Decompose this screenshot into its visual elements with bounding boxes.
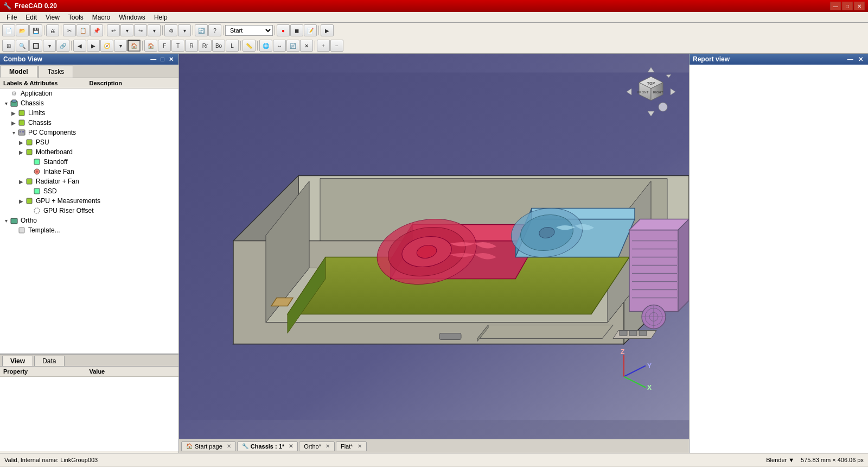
back-button[interactable]: ◀ [73, 40, 86, 52]
open-button[interactable]: 📂 [16, 24, 29, 36]
tree-row-ortho[interactable]: ▾ Ortho [0, 216, 178, 225]
combo-view-header-btns[interactable]: — □ ✕ [149, 56, 175, 63]
expander-psu[interactable]: ▶ [17, 140, 25, 146]
display-dropdown[interactable]: ▾ [43, 40, 56, 52]
record-stop-button[interactable]: ● [277, 24, 290, 36]
macro-button[interactable]: ⚙ [164, 24, 177, 36]
vp-tab-startpage[interactable]: 🏠 Start page ✕ [181, 441, 236, 451]
zoom-fit-button[interactable]: ⊞ [2, 40, 15, 52]
tree-row-standoff[interactable]: Standoff [0, 157, 178, 167]
paste-button[interactable]: 📌 [90, 24, 103, 36]
measure-button[interactable]: 📏 [242, 40, 256, 52]
nav-dropdown[interactable]: ▾ [114, 40, 127, 52]
viewport[interactable]: Y X Z [179, 54, 689, 439]
expander-ortho[interactable]: ▾ [2, 218, 10, 224]
tree-row-application[interactable]: ⚙ Application [0, 89, 178, 98]
redo-dropdown[interactable]: ▾ [148, 24, 161, 36]
menu-help[interactable]: Help [150, 12, 172, 22]
tab-tasks[interactable]: Tasks [39, 66, 74, 78]
close-button[interactable]: ✕ [854, 2, 865, 10]
tree-row-motherboard[interactable]: ▶ Motherboard [0, 147, 178, 157]
expander-pc-components[interactable]: ▾ [10, 130, 17, 136]
expander-radiator[interactable]: ▶ [17, 179, 25, 185]
tree-row-gpu-riser[interactable]: GPU Riser Offset [0, 206, 178, 216]
menu-tools[interactable]: Tools [64, 12, 88, 22]
tab-model[interactable]: Model [0, 66, 37, 78]
tree-row-limits[interactable]: ▶ Limits [0, 108, 178, 118]
renderer-label[interactable]: Blender ▼ [766, 457, 794, 463]
tree-row-gpu[interactable]: ▶ GPU + Measurements [0, 196, 178, 206]
tree-row-ssd[interactable]: SSD [0, 186, 178, 196]
view-left[interactable]: L [226, 40, 239, 52]
view-rear[interactable]: Rr [199, 40, 212, 52]
tree-container[interactable]: ⚙ Application ▾ Chassis ▶ Limits [0, 89, 178, 354]
restore-button[interactable]: □ [842, 2, 853, 10]
help-button[interactable]: ? [208, 24, 221, 36]
property-content[interactable] [0, 377, 178, 451]
rotate-button[interactable]: 🔃 [286, 40, 299, 52]
forward-button[interactable]: ▶ [87, 40, 100, 52]
zoom-in-btn2[interactable]: + [317, 40, 330, 52]
tree-row-template[interactable]: Template... [0, 225, 178, 235]
view-front[interactable]: F [158, 40, 171, 52]
redo-button[interactable]: ↪ [134, 24, 147, 36]
orbit-button[interactable]: 🌐 [259, 40, 272, 52]
menu-view[interactable]: View [41, 12, 64, 22]
nav-cube[interactable]: TOP FRONT RIGHT [624, 65, 678, 119]
view-home[interactable]: 🏠 [144, 40, 157, 52]
expander-limits[interactable]: ▶ [10, 110, 17, 116]
display-mode-button[interactable]: 🔲 [29, 40, 42, 52]
sync-button[interactable]: ↔ [273, 40, 286, 52]
ortho-tab-close[interactable]: ✕ [326, 443, 330, 449]
titlebar-controls[interactable]: — □ ✕ [830, 2, 865, 10]
menu-macro[interactable]: Macro [88, 12, 114, 22]
view-right[interactable]: R [185, 40, 198, 52]
tree-row-pc-components[interactable]: ▾ PC Components [0, 128, 178, 137]
combo-min-btn[interactable]: — [149, 56, 158, 63]
cut-button[interactable]: ✂ [63, 24, 76, 36]
tree-row-psu[interactable]: ▶ PSU [0, 137, 178, 147]
tree-row-intake-fan[interactable]: Intake Fan [0, 167, 178, 176]
vp-tab-chassis[interactable]: 🔧 Chassis : 1* ✕ [237, 441, 298, 451]
refresh-button[interactable]: 🔄 [195, 24, 208, 36]
startpage-close[interactable]: ✕ [227, 443, 231, 449]
link-button[interactable]: 🔗 [56, 40, 69, 52]
expander-chassis[interactable]: ▾ [2, 100, 10, 106]
flat-tab-close[interactable]: ✕ [358, 443, 362, 449]
tree-row-chassis-sub[interactable]: ▶ Chassis [0, 118, 178, 128]
vp-tab-flat[interactable]: Flat* ✕ [336, 441, 367, 451]
combo-restore-btn[interactable]: □ [159, 56, 166, 63]
copy-button[interactable]: 📋 [76, 24, 90, 36]
expander-chassis-sub[interactable]: ▶ [10, 120, 17, 126]
report-view-btns[interactable]: — ✕ [846, 55, 865, 63]
undo-dropdown[interactable]: ▾ [120, 24, 133, 36]
minimize-button[interactable]: — [830, 2, 841, 10]
home-button[interactable]: 🏠 [127, 40, 141, 52]
save-button[interactable]: 💾 [29, 24, 42, 36]
btab-data[interactable]: Data [34, 356, 64, 366]
stop-button[interactable]: ✕ [300, 40, 313, 52]
vp-tab-ortho[interactable]: Ortho* ✕ [299, 441, 335, 451]
play-button[interactable]: ▶ [321, 24, 334, 36]
chassis-tab-close[interactable]: ✕ [289, 443, 293, 449]
macro-dropdown[interactable]: ▾ [178, 24, 191, 36]
menu-file[interactable]: File [2, 12, 21, 22]
print-button[interactable]: 🖨 [46, 24, 59, 36]
tree-row-radiator-fan[interactable]: ▶ Radiator + Fan [0, 176, 178, 186]
workbench-dropdown[interactable]: Start Part Design Assembly [225, 25, 273, 36]
expander-gpu[interactable]: ▶ [17, 198, 25, 204]
view-top[interactable]: T [171, 40, 184, 52]
report-min-btn[interactable]: — [846, 56, 855, 62]
macro-record-button[interactable]: 📝 [304, 24, 317, 36]
tree-row-chassis-root[interactable]: ▾ Chassis [0, 98, 178, 108]
zoom-out-btn[interactable]: − [330, 40, 343, 52]
btab-view[interactable]: View [2, 356, 33, 366]
menu-edit[interactable]: Edit [21, 12, 41, 22]
combo-close-btn[interactable]: ✕ [167, 56, 175, 63]
expander-motherboard[interactable]: ▶ [17, 149, 25, 155]
nav-button[interactable]: 🧭 [100, 40, 113, 52]
zoom-in-button[interactable]: 🔍 [16, 40, 29, 52]
undo-button[interactable]: ↩ [107, 24, 120, 36]
report-close-btn[interactable]: ✕ [857, 56, 865, 62]
new-button[interactable]: 📄 [2, 24, 15, 36]
